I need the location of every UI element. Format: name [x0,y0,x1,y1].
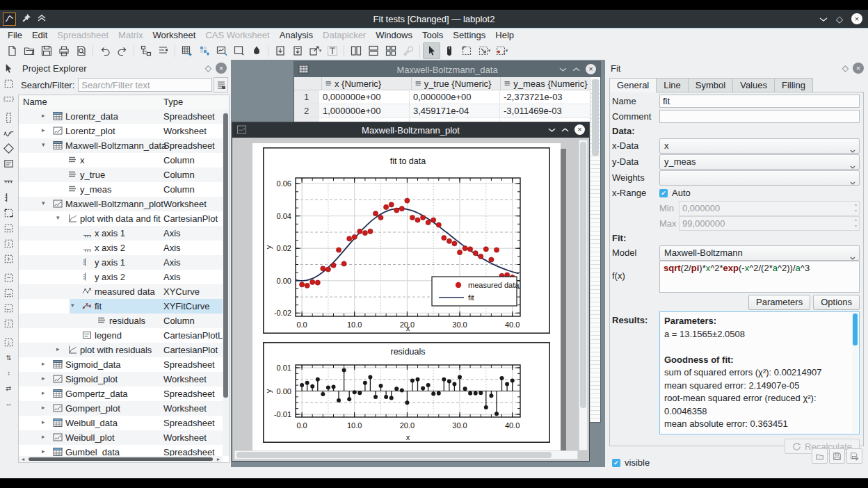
menu-edit[interactable]: Edit [27,29,52,41]
undo-icon[interactable] [96,42,113,59]
new-note-icon[interactable] [248,42,265,59]
zoom-mode-icon[interactable]: ▾ [475,42,492,59]
add-y-axis-tool-icon[interactable] [1,190,16,205]
float-dock-icon[interactable]: ◇ [205,63,211,73]
scale-y-tool-icon[interactable]: ⇅ [1,350,16,365]
plot-maximize-icon[interactable] [561,124,569,135]
visible-checkbox[interactable]: ✔ [612,459,620,467]
tree-row-Sigmoid_data[interactable]: ▸Sigmoid_dataSpreadsheet [19,357,223,372]
add-legend-tool-icon[interactable] [1,156,16,171]
menu-analysis[interactable]: Analysis [275,29,318,41]
add-curve-tool-icon[interactable] [1,126,16,140]
weights-combobox[interactable] [659,170,860,186]
expander-icon[interactable]: ▸ [42,404,45,411]
comment-input[interactable] [659,110,860,123]
expander-icon[interactable]: ▸ [42,360,45,367]
shift-left-tool-icon[interactable]: ← [1,301,16,316]
add-x-axis-tool-icon[interactable] [1,172,16,186]
tree-row-y_true[interactable]: y_trueColumn [19,168,223,182]
tree-row-y-axis-2[interactable]: y axis 2Axis [19,270,223,284]
tree-column-name[interactable]: Name [23,97,47,107]
tab-filling[interactable]: Filling [774,78,813,92]
expander-icon[interactable]: ▸ [42,127,45,133]
open-file-icon[interactable] [20,42,38,59]
tab-line[interactable]: Line [656,78,689,92]
fit-to-data-chart[interactable]: 0.010.020.030.040.0-0.020.000.020.040.06… [263,147,550,336]
worksheet-vertical-scrollbar[interactable] [579,140,588,450]
zoom-y-select-tool-icon[interactable] [1,111,16,125]
expander-icon[interactable]: ▸ [42,112,45,119]
redo-icon[interactable] [113,42,131,59]
navigate-mode-icon[interactable] [440,42,458,59]
close-window-icon[interactable]: × [851,13,862,24]
close-dock-icon[interactable]: × [216,63,227,74]
tree-row-y_meas[interactable]: y_measColumn [19,182,223,197]
tree-row-plot-with-data-and-fit[interactable]: ▾plot with data and fitCartesianPlot [19,211,223,226]
tree-row-Weibull_data[interactable]: ▸Weibull_dataSpreadsheet [19,416,223,430]
ydata-combobox[interactable]: y_meas [659,154,860,170]
import-file-icon[interactable] [271,42,289,59]
tree-row-x-axis-2[interactable]: x axis 2Axis [19,241,223,255]
tree-row-Gompertz_data[interactable]: ▸Gompertz_dataSpreadsheet [19,387,223,401]
tree-row-Maxwell-Boltzmann_plot[interactable]: ▾Maxwell-Boltzmann_plotWorksheet [19,197,223,211]
spreadsheet-row[interactable]: 10,000000e+000,000000e+00-2,373721e-03 [294,90,590,104]
plot-window-titlebar[interactable]: Maxwell-Boltzmann_plot × [232,122,589,138]
tree-row-residuals[interactable]: residualsColumn [19,314,223,328]
expander-icon[interactable]: ▸ [42,448,45,455]
import-sql-icon[interactable] [289,42,306,59]
auto-scale-tool-icon[interactable] [1,206,16,220]
tree-row-Gompert_plot[interactable]: ▸Gompert_plotWorksheet [19,401,223,416]
ss-minimize-icon[interactable] [559,64,567,74]
plot-minimize-icon[interactable] [548,124,556,135]
close-fit-dock-icon[interactable]: × [853,63,864,74]
expander-icon[interactable]: ▸ [42,433,45,440]
menu-settings[interactable]: Settings [448,29,490,41]
add-equation-curve-tool-icon[interactable] [1,141,16,156]
tile-vertical-icon[interactable] [347,42,364,59]
tile-grid-icon[interactable] [382,42,399,59]
tree-row-fit[interactable]: ▾fitXYFitCurve [19,299,223,314]
spreadsheet-row[interactable]: 21,000000e+003,459171e-04-3,011469e-03 [294,104,590,118]
xdata-combobox[interactable]: x [659,138,860,154]
spreadsheet-vertical-scrollbar[interactable] [590,77,600,422]
auto-scale-y-tool-icon[interactable]: ↕ [1,236,16,251]
search-filter-input[interactable] [78,78,212,92]
tree-row-y-axis-1[interactable]: y axis 1Axis [19,255,223,270]
shift-up-tool-icon[interactable]: ↑ [1,316,16,331]
scale-y2-tool-icon[interactable]: ↕ [1,366,16,380]
tree-row-Maxwell-Boltzmann_data[interactable]: ▾Maxwell-Boltzmann_dataSpreadsheet [19,138,223,153]
model-combobox[interactable]: Maxwell-Boltzmann [659,245,860,261]
new-matrix-icon[interactable] [195,42,213,59]
tree-horizontal-scrollbar[interactable]: ◂▸ [19,456,223,462]
expander-icon[interactable]: ▸ [42,389,45,396]
shift-down-tool-icon[interactable]: ↓ [1,335,16,350]
save-file-icon[interactable] [38,42,55,59]
tree-row-Sigmoid_plot[interactable]: ▸Sigmoid_plotWorksheet [19,372,223,387]
shift-right-tool-icon[interactable]: → [1,286,16,300]
tree-row-plot-with-residuals[interactable]: ▸plot with residualsCartesianPlot [19,343,223,357]
options-button[interactable]: Options [813,295,860,310]
new-live-worksheet-icon[interactable] [230,42,248,59]
expander-icon[interactable]: ▾ [42,200,45,206]
results-scrollbar[interactable] [852,313,858,433]
expander-icon[interactable]: ▾ [42,141,45,148]
select-tool-icon[interactable] [1,61,16,76]
zoom-out-tool-icon[interactable]: − [1,270,16,285]
formula-editor[interactable]: sqrt(2/pi)*x^2*exp(-x^2/(2*a^2))/a^3 [659,261,860,293]
tree-row-Weibull_plot[interactable]: ▸Weibull_plotWorksheet [19,430,223,445]
worksheet-horizontal-scrollbar[interactable] [234,450,578,459]
tree-column-type[interactable]: Type [163,97,183,107]
tab-general[interactable]: General [609,78,657,92]
save-function-icon[interactable] [829,448,845,464]
tree-row-measured-data[interactable]: measured dataXYCurve [19,284,223,299]
new-spreadsheet-icon[interactable] [178,42,195,59]
ss-close-icon[interactable]: × [586,64,596,74]
results-box[interactable]: Parameters:a = 13.1565±2.0508 Goodness o… [659,311,860,434]
expander-icon[interactable]: ▾ [56,214,60,221]
zoom-select-tool-icon[interactable] [1,76,16,91]
zoom-in-tool-icon[interactable]: + [1,252,16,266]
tab-values[interactable]: Values [732,78,775,92]
float-fit-dock-icon[interactable]: ◇ [842,63,849,73]
tab-symbol[interactable]: Symbol [688,78,733,92]
new-folder-icon[interactable] [137,42,154,59]
